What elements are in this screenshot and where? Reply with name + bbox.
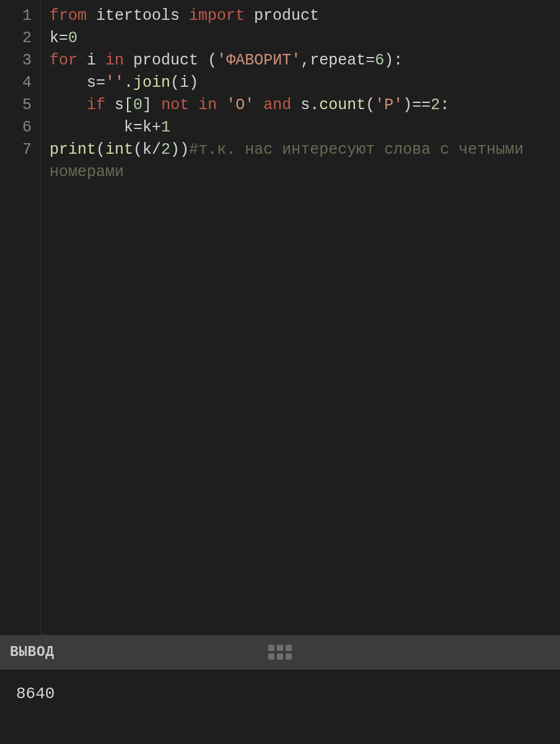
punctuation: ) xyxy=(189,74,198,92)
method: count xyxy=(319,96,365,114)
code-line[interactable]: print(int(k/2))#т.к. нас интересуют слов… xyxy=(50,139,560,161)
string: 'ФАВОРИТ' xyxy=(217,51,300,69)
code-line[interactable]: k=0 xyxy=(50,27,560,50)
punctuation: ( xyxy=(133,141,142,159)
line-number: 4 xyxy=(0,72,32,94)
line-number: 2 xyxy=(0,27,32,50)
keyword-if: if xyxy=(87,96,105,114)
import-name: product xyxy=(254,7,319,25)
variable: k xyxy=(50,29,59,47)
indent xyxy=(50,74,87,92)
parameter: repeat xyxy=(310,51,365,69)
number: 6 xyxy=(375,51,384,69)
line-number: 6 xyxy=(0,117,32,139)
method: join xyxy=(133,74,170,92)
code-line[interactable]: s=''.join(i) xyxy=(50,72,560,94)
punctuation: ( xyxy=(170,74,180,92)
operator: = xyxy=(133,118,142,136)
code-line[interactable]: if s[0] not in 'О' and s.count('Р')==2: xyxy=(50,94,560,117)
punctuation: ( xyxy=(365,96,375,114)
string: 'Р' xyxy=(375,96,403,114)
keyword-not: not xyxy=(161,96,189,114)
line-number: 7 xyxy=(0,139,32,161)
punctuation: , xyxy=(300,51,310,69)
number: 1 xyxy=(161,118,170,136)
function-call: int xyxy=(105,141,133,159)
punctuation: . xyxy=(310,96,319,114)
operator: == xyxy=(412,96,431,114)
variable: s xyxy=(87,74,96,92)
variable: i xyxy=(87,51,96,69)
code-line[interactable]: from itertools import product xyxy=(50,5,560,27)
punctuation: ( xyxy=(96,141,105,159)
function-call: print xyxy=(50,141,96,159)
number: 0 xyxy=(68,29,77,47)
punctuation: : xyxy=(440,96,449,114)
string: 'О' xyxy=(226,96,254,114)
line-number: 1 xyxy=(0,5,32,27)
variable: s xyxy=(115,96,124,114)
code-editor[interactable]: 1 2 3 4 5 6 7 from itertools import prod… xyxy=(0,0,560,635)
operator: = xyxy=(96,74,105,92)
punctuation: [ xyxy=(124,96,133,114)
variable: k xyxy=(142,141,152,159)
indent xyxy=(50,118,124,136)
code-content[interactable]: from itertools import product k=0 for i … xyxy=(41,0,560,635)
output-value: 8640 xyxy=(16,684,55,703)
keyword-for: for xyxy=(50,51,77,69)
keyword-and: and xyxy=(263,96,291,114)
code-line[interactable]: for i in product ('ФАВОРИТ',repeat=6): xyxy=(50,50,560,72)
keyword-from: from xyxy=(50,7,87,25)
function-call: product xyxy=(133,51,198,69)
module-name: itertools xyxy=(96,7,180,25)
punctuation: . xyxy=(124,74,133,92)
number: 0 xyxy=(133,96,142,114)
punctuation: ) xyxy=(403,96,412,114)
variable: k xyxy=(142,118,152,136)
number: 2 xyxy=(431,96,440,114)
line-number: 3 xyxy=(0,50,32,72)
operator: / xyxy=(152,141,161,159)
line-gutter: 1 2 3 4 5 6 7 xyxy=(0,0,41,635)
output-panel-body: 8640 xyxy=(0,670,560,744)
punctuation: ) xyxy=(170,141,180,159)
output-panel-header[interactable]: ВЫВОД xyxy=(0,635,560,670)
punctuation: ): xyxy=(384,51,403,69)
keyword-in: in xyxy=(198,96,217,114)
keyword-in: in xyxy=(105,51,124,69)
operator: = xyxy=(365,51,375,69)
variable: i xyxy=(180,74,189,92)
variable: k xyxy=(124,118,133,136)
string: '' xyxy=(105,74,124,92)
number: 2 xyxy=(161,141,170,159)
line-number: 5 xyxy=(0,94,32,117)
drag-handle-icon[interactable] xyxy=(268,645,292,660)
operator: = xyxy=(59,29,68,47)
variable: s xyxy=(300,96,310,114)
keyword-import: import xyxy=(189,7,245,25)
punctuation: ) xyxy=(180,141,189,159)
indent xyxy=(50,96,87,114)
code-line[interactable]: k=k+1 xyxy=(50,117,560,139)
operator: + xyxy=(152,118,161,136)
punctuation: ] xyxy=(142,96,152,114)
punctuation: ( xyxy=(198,51,217,69)
output-title: ВЫВОД xyxy=(10,644,55,660)
